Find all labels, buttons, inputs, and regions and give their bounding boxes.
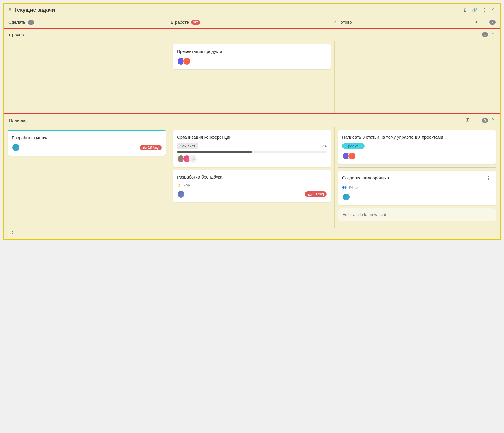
col-done-add-button[interactable]: + (474, 19, 479, 25)
col-done-check-icon: ✓ (333, 20, 337, 25)
col-header-todo: Сделать 1 (8, 20, 171, 25)
group-planned-cards-grid: Разработка мерча 📅 18 Aug (4, 127, 500, 228)
group-planned-more-button[interactable]: ⋮ (472, 117, 479, 124)
col-divider (338, 167, 496, 168)
col-inprogress-title: В работе (171, 20, 189, 25)
card-video-members: 👥 4/4 ☞ (342, 184, 492, 191)
bottom-more-button[interactable]: ⋮ (9, 230, 16, 237)
group-urgent-collapse-button[interactable]: ^ (490, 31, 495, 38)
card-articles-avatars (342, 152, 354, 160)
card-conference-progress-bar (177, 151, 252, 153)
card-brandbook-title: Разработка брендбука (177, 174, 327, 180)
bottom-dots: ⋮ (4, 228, 500, 239)
group-planned-title: Планово (9, 118, 465, 123)
col-header-done: ✓ Готово + ⋮ 2 (333, 19, 496, 25)
card-conference-title: Организация конференции (177, 134, 327, 140)
group-planned: Планово Σ ⋮ 5 ^ Разработка мерча (4, 114, 500, 239)
board-sum-button[interactable]: Σ (462, 7, 468, 13)
card-presentation: Презентация продукта (173, 44, 331, 69)
card-video-avatars (342, 193, 348, 201)
group-urgent-actions: 1 ^ (482, 31, 495, 38)
board-collapse-button[interactable]: ^ (491, 7, 496, 13)
card-conference-progress-bg (177, 151, 327, 153)
card-brandbook-footer: 📅 19 Aug (177, 190, 327, 198)
card-video-title: Создание видеоролика (342, 175, 389, 181)
card-conference-avatars: +1 (177, 155, 197, 163)
group-planned-collapse-button[interactable]: ^ (490, 117, 495, 124)
card-brandbook-sprint: ⚡ 6 sp (177, 183, 327, 187)
card-presentation-avatars (177, 57, 189, 65)
card-merch-footer: 📅 18 Aug (12, 144, 162, 152)
group-planned-badge: 5 (482, 118, 488, 123)
group-urgent-title: Срочно (9, 32, 482, 37)
card-articles-tag: Проект 1 (342, 143, 365, 149)
col-todo-badge: 1 (28, 20, 34, 25)
urgent-todo-col (4, 41, 169, 113)
group-planned-actions: Σ ⋮ 5 ^ (465, 117, 495, 124)
card-articles-title: Написать 3 статьи на тему управления про… (342, 134, 492, 140)
group-urgent-cards-grid: Презентация продукта (4, 41, 500, 113)
card-presentation-footer (177, 57, 327, 65)
avatar (342, 193, 350, 201)
col-done-more-button[interactable]: ⋮ (481, 19, 488, 25)
card-articles: Написать 3 статьи на тему управления про… (338, 130, 496, 164)
col-todo-title: Сделать (8, 20, 25, 25)
card-merch-date: 📅 18 Aug (140, 145, 162, 150)
card-video: Создание видеоролика ⋮ 👥 4/4 ☞ (338, 171, 496, 205)
lightning-icon: ⚡ (177, 183, 182, 187)
group-urgent-header: Срочно 1 ^ (4, 29, 500, 41)
group-planned-header: Планово Σ ⋮ 5 ^ (4, 114, 500, 127)
board-more-button[interactable]: ⋮ (481, 7, 488, 13)
card-conference: Организация конференции Чек-лист 2/4 +1 (173, 130, 331, 167)
board-header: ⠿ Текущие задачи + Σ 🔗 ⋮ ^ (4, 4, 500, 16)
checklist-count: 2/4 (322, 144, 327, 148)
col-done-badge: 2 (489, 20, 496, 25)
card-video-more-button[interactable]: ⋮ (485, 175, 492, 181)
card-merch-top-bar (8, 130, 166, 131)
card-presentation-title: Презентация продукта (177, 48, 327, 54)
drag-handle-icon: ⠿ (8, 7, 12, 13)
checklist-label: Чек-лист (177, 143, 198, 149)
board-header-actions: + Σ 🔗 ⋮ ^ (454, 7, 496, 13)
card-merch-title: Разработка мерча (12, 135, 162, 141)
planned-inprogress-col: Организация конференции Чек-лист 2/4 +1 (169, 127, 335, 228)
members-icon: 👥 (342, 185, 347, 189)
urgent-done-col (335, 41, 500, 113)
avatar-plus: +1 (189, 155, 197, 163)
col-header-inprogress: В работе 3/2 (171, 20, 333, 25)
board: ⠿ Текущие задачи + Σ 🔗 ⋮ ^ Сделать 1 В р… (3, 3, 501, 240)
card-brandbook-date: 📅 19 Aug (305, 191, 327, 197)
planned-done-col: Написать 3 статьи на тему управления про… (335, 127, 500, 228)
card-brandbook: Разработка брендбука ⚡ 6 sp 📅 19 Aug (173, 170, 331, 202)
board-link-button[interactable]: 🔗 (470, 7, 478, 13)
group-planned-sum-button[interactable]: Σ (465, 117, 470, 124)
card-articles-footer (342, 152, 492, 160)
board-add-button[interactable]: + (454, 7, 459, 13)
card-brandbook-avatars (177, 190, 183, 198)
cursor-icon: ☞ (354, 184, 359, 191)
board-title: Текущие задачи (14, 7, 454, 13)
calendar-icon: 📅 (308, 192, 312, 196)
col-inprogress-badge: 3/2 (191, 20, 200, 25)
avatar (177, 190, 185, 198)
card-merch: Разработка мерча 📅 18 Aug (8, 130, 166, 156)
group-urgent-badge: 1 (482, 32, 488, 37)
calendar-icon: 📅 (143, 146, 147, 150)
columns-header: Сделать 1 В работе 3/2 ✓ Готово + ⋮ 2 (4, 16, 500, 28)
avatar (348, 152, 356, 160)
new-card-input[interactable] (338, 208, 496, 221)
avatar (183, 57, 191, 65)
avatar (12, 144, 20, 152)
group-urgent: Срочно 1 ^ Презентация продукта (4, 28, 500, 114)
col-done-title: Готово (338, 20, 352, 25)
card-conference-footer: +1 (177, 155, 327, 163)
card-conference-checklist: Чек-лист 2/4 (177, 143, 327, 149)
urgent-inprogress-col: Презентация продукта (169, 41, 335, 113)
planned-todo-col: Разработка мерча 📅 18 Aug (4, 127, 169, 228)
card-video-footer (342, 193, 492, 201)
card-merch-avatars (12, 144, 18, 152)
